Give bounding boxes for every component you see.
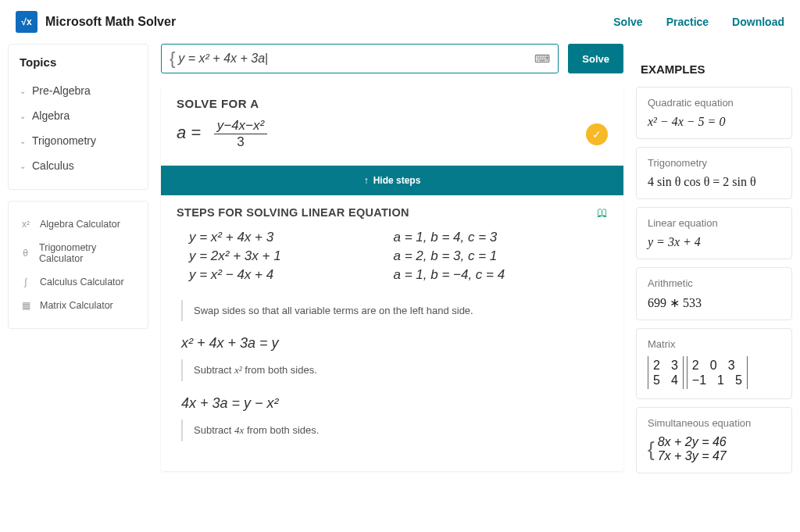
example-label: Quadratic equation: [648, 97, 780, 109]
system-eq: y = x² − 4x + 4: [189, 267, 379, 283]
hide-steps-button[interactable]: ↑Hide steps: [161, 166, 623, 195]
tools-panel: x²Algebra Calculator θTrigonometry Calcu…: [8, 201, 148, 329]
topic-trigonometry[interactable]: ⌄Trigonometry: [20, 128, 137, 153]
text-cursor: |: [265, 52, 268, 66]
read-aloud-icon[interactable]: 🕮: [597, 206, 608, 219]
header: √x Microsoft Math Solver Solve Practice …: [0, 0, 800, 44]
nav-solve[interactable]: Solve: [613, 16, 642, 28]
step-note: Swap sides so that all variable terms ar…: [181, 300, 603, 321]
chevron-down-icon: ⌄: [20, 137, 26, 145]
app-logo: √x: [16, 11, 38, 33]
example-math: y = 3x + 4: [648, 235, 780, 249]
solution-title: SOLVE FOR A: [161, 84, 623, 110]
algebra-icon: x²: [20, 219, 32, 230]
example-label: Arithmetic: [648, 277, 780, 289]
system-eq: y = x² + 4x + 3: [189, 230, 379, 245]
chevron-down-icon: ⌄: [20, 162, 26, 170]
equation-input-text: y = x² + 4x + 3a: [178, 52, 265, 66]
topic-label: Calculus: [32, 159, 74, 172]
topic-label: Trigonometry: [32, 134, 96, 147]
example-math: {8x + 2y = 467x + 3y = 47: [648, 435, 780, 463]
tool-algebra-calculator[interactable]: x²Algebra Calculator: [20, 212, 137, 236]
tool-matrix-calculator[interactable]: ▦Matrix Calculator: [20, 294, 137, 317]
example-simultaneous[interactable]: Simultaneous equation {8x + 2y = 467x + …: [636, 407, 792, 473]
system-abc: a = 2, b = 3, c = 1: [393, 248, 603, 264]
example-arithmetic[interactable]: Arithmetic 699 ∗ 533: [636, 267, 792, 320]
input-row: { y = x² + 4x + 3a| ⌨ Solve: [161, 44, 623, 73]
chevron-down-icon: ⌄: [20, 112, 26, 120]
example-label: Simultaneous equation: [648, 417, 780, 429]
examples-heading: EXAMPLES: [636, 52, 792, 79]
system-of-equations: y = x² + 4x + 3a = 1, b = 4, c = 3 y = 2…: [189, 230, 603, 283]
solution-card: SOLVE FOR A a = y−4x−x²3 ✓ ↑Hide steps S…: [161, 84, 623, 471]
example-math: 2354 203−115: [648, 356, 780, 389]
solution-equation: a = y−4x−x²3: [177, 118, 267, 150]
matrix-icon: ▦: [20, 300, 32, 311]
integral-icon: ∫: [20, 277, 32, 287]
tool-trig-calculator[interactable]: θTrigonometry Calculator: [20, 236, 137, 270]
tool-label: Algebra Calculator: [40, 219, 120, 230]
topics-heading: Topics: [20, 55, 137, 69]
step-equation: x² + 4x + 3a = y: [181, 335, 603, 352]
topics-panel: Topics ⌄Pre-Algebra ⌄Algebra ⌄Trigonomet…: [8, 44, 148, 190]
steps-title: STEPS FOR SOLVING LINEAR EQUATION: [177, 206, 409, 219]
main-column: { y = x² + 4x + 3a| ⌨ Solve SOLVE FOR A …: [161, 44, 623, 471]
system-abc: a = 1, b = 4, c = 3: [393, 230, 603, 245]
example-trigonometry[interactable]: Trigonometry 4 sin θ cos θ = 2 sin θ: [636, 147, 792, 199]
example-label: Matrix: [648, 338, 780, 350]
steps-body: y = x² + 4x + 3a = 1, b = 4, c = 3 y = 2…: [161, 223, 623, 471]
tool-label: Calculus Calculator: [40, 277, 124, 287]
topic-algebra[interactable]: ⌄Algebra: [20, 103, 137, 128]
arrow-up-icon: ↑: [364, 175, 369, 186]
theta-icon: θ: [20, 248, 31, 259]
example-label: Trigonometry: [648, 157, 780, 169]
brace-icon: {: [170, 48, 175, 69]
equation-input[interactable]: { y = x² + 4x + 3a| ⌨: [161, 44, 559, 73]
chevron-down-icon: ⌄: [20, 87, 26, 95]
example-label: Linear equation: [648, 217, 780, 229]
brace-icon: {: [648, 437, 655, 462]
system-eq: y = 2x² + 3x + 1: [189, 248, 379, 264]
nav-practice[interactable]: Practice: [666, 16, 709, 28]
keyboard-icon[interactable]: ⌨: [534, 52, 550, 65]
step-equation: 4x + 3a = y − x²: [181, 395, 603, 412]
top-nav: Solve Practice Download: [613, 16, 784, 28]
topic-label: Algebra: [32, 109, 70, 122]
tool-calculus-calculator[interactable]: ∫Calculus Calculator: [20, 270, 137, 294]
step-note: Subtract 4x from both sides.: [181, 420, 603, 441]
example-quadratic[interactable]: Quadratic equation x² − 4x − 5 = 0: [636, 87, 792, 139]
tool-label: Trigonometry Calculator: [39, 242, 137, 264]
example-matrix[interactable]: Matrix 2354 203−115: [636, 328, 792, 399]
example-math: 699 ∗ 533: [648, 295, 780, 310]
system-abc: a = 1, b = −4, c = 4: [393, 267, 603, 283]
topic-label: Pre-Algebra: [32, 84, 91, 97]
examples-column: EXAMPLES Quadratic equation x² − 4x − 5 …: [636, 44, 792, 473]
step-note: Subtract x² from both sides.: [181, 359, 603, 381]
topic-calculus[interactable]: ⌄Calculus: [20, 153, 137, 178]
solve-button[interactable]: Solve: [568, 44, 623, 73]
sidebar: Topics ⌄Pre-Algebra ⌄Algebra ⌄Trigonomet…: [8, 44, 148, 329]
check-icon: ✓: [586, 123, 608, 145]
tool-label: Matrix Calculator: [40, 300, 113, 311]
example-linear[interactable]: Linear equation y = 3x + 4: [636, 207, 792, 259]
nav-download[interactable]: Download: [732, 16, 784, 28]
app-title: Microsoft Math Solver: [45, 15, 176, 29]
example-math: 4 sin θ cos θ = 2 sin θ: [648, 175, 780, 189]
example-math: x² − 4x − 5 = 0: [648, 115, 780, 129]
topic-pre-algebra[interactable]: ⌄Pre-Algebra: [20, 78, 137, 103]
